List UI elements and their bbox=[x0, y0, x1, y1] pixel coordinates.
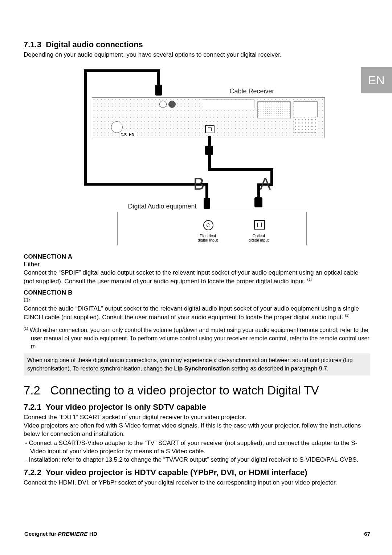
smartcard-icon bbox=[111, 121, 123, 133]
rating-label bbox=[294, 101, 318, 117]
page-footer: Geeignet für PREMIERE HD 67 bbox=[24, 531, 370, 537]
button-icon bbox=[168, 101, 176, 108]
cable-b bbox=[157, 69, 160, 86]
speaker-panel bbox=[294, 118, 316, 133]
heading-number: 7.2 bbox=[24, 384, 40, 397]
optical-plug-icon bbox=[205, 146, 213, 155]
list-item: Connect a SCART/S-Video adapter to the “… bbox=[30, 439, 370, 456]
s721-p2: Video projectors are often fed with S-Vi… bbox=[24, 422, 370, 438]
heading-number: 7.1.3 bbox=[24, 40, 41, 49]
heading-text: Connecting to a video projector to watch… bbox=[50, 384, 319, 397]
cable-a bbox=[208, 168, 273, 171]
s721-list: Connect a SCART/S-Video adapter to the “… bbox=[24, 439, 370, 464]
spdif-out-icon bbox=[205, 125, 215, 133]
cable-b bbox=[84, 183, 205, 186]
heading-text: Your video projector is HDTV capable (YP… bbox=[46, 468, 307, 477]
footnote-1: (1) With either connection, you can only… bbox=[24, 326, 370, 351]
connection-a-body: Connect the “SPDIF” digital audio output… bbox=[24, 269, 370, 286]
page-number: 67 bbox=[364, 531, 370, 537]
coax-port-icon bbox=[159, 101, 167, 108]
electrical-digital-input-icon bbox=[203, 220, 213, 230]
heading-7-2-1: 7.2.1 Your video projector is only SDTV … bbox=[24, 402, 370, 412]
connection-diagram: D/BHD Cable Receiver Digital Audio equip… bbox=[70, 66, 324, 248]
connection-a-either: Either bbox=[24, 260, 370, 269]
vent-panel bbox=[257, 101, 291, 118]
device-logos: D/BHD bbox=[119, 132, 136, 138]
cable-b bbox=[84, 69, 87, 186]
cable-b bbox=[205, 183, 208, 199]
letter-a: A bbox=[260, 174, 271, 194]
heading-number: 7.2.2 bbox=[24, 468, 41, 477]
heading-7-1-3: 7.1.3 Digital audio connections bbox=[24, 40, 370, 49]
optical-caption: Opticaldigital input bbox=[244, 234, 273, 242]
plug-icon bbox=[204, 198, 210, 209]
s721-p1: Connect the “EXT1” SCART socket of your … bbox=[24, 413, 370, 422]
heading-text: Digital audio connections bbox=[46, 40, 143, 49]
optical-plug-icon bbox=[254, 197, 262, 207]
plug-icon bbox=[155, 85, 162, 96]
cable-b bbox=[84, 69, 159, 72]
footer-left: Geeignet für PREMIERE HD bbox=[24, 531, 97, 537]
s722-p1: Connect the HDMI, DVI, or YPbPr socket o… bbox=[24, 479, 370, 487]
cable-a bbox=[208, 155, 211, 170]
heading-7-2-2: 7.2.2 Your video projector is HDTV capab… bbox=[24, 468, 370, 477]
connection-b-head: CONNECTION B bbox=[24, 289, 370, 296]
connection-b-body: Connect the audio “DIGITAL” output socke… bbox=[24, 305, 370, 322]
connection-b-or: Or bbox=[24, 296, 370, 305]
slot-panel bbox=[203, 100, 254, 108]
cable-receiver-label: Cable Receiver bbox=[230, 88, 274, 95]
electrical-caption: Electricaldigital input bbox=[193, 234, 222, 242]
letter-b: B bbox=[193, 174, 205, 194]
audio-equipment-label: Digital Audio equipment bbox=[128, 203, 197, 210]
connection-a-head: CONNECTION A bbox=[24, 253, 370, 260]
lip-sync-infobox: When using one of these digital audio co… bbox=[24, 353, 370, 376]
heading-number: 7.2.1 bbox=[24, 402, 41, 412]
list-item: Installation: refer to chapter 13.5.2 to… bbox=[30, 456, 370, 464]
language-tab: EN bbox=[361, 67, 392, 93]
intro-text: Depending on your audio equipment, you h… bbox=[24, 51, 370, 59]
heading-text: Your video projector is only SDTV capabl… bbox=[46, 402, 206, 412]
optical-digital-input-icon bbox=[254, 220, 265, 230]
heading-7-2: 7.2 Connecting to a video projector to w… bbox=[24, 384, 370, 397]
